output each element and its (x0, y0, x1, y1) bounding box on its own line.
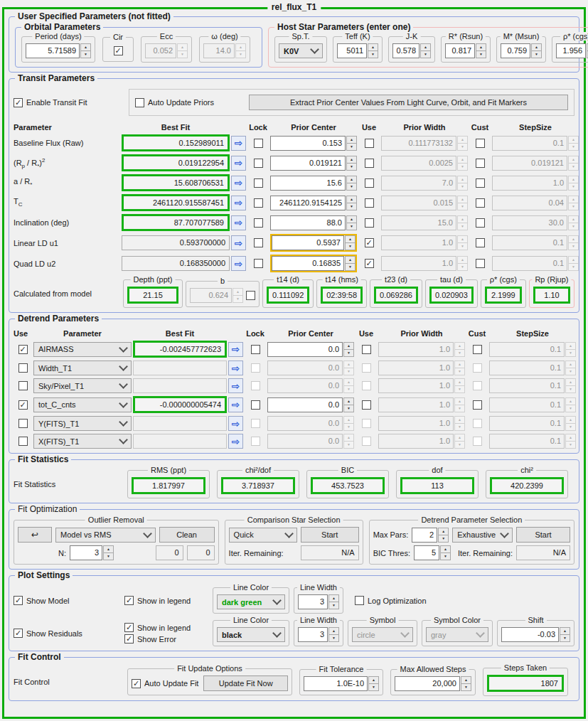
spinner-value[interactable]: 3 (298, 594, 328, 609)
spin-up-icon[interactable]: ▲ (346, 215, 357, 223)
use-prior-checkbox[interactable] (362, 381, 371, 390)
spin-down-icon[interactable]: ▼ (328, 634, 339, 642)
spin-up-icon[interactable]: ▲ (454, 434, 465, 441)
prior-width-spinner[interactable]: 1.0▲▼ (381, 235, 468, 250)
spin-up-icon[interactable]: ▲ (457, 256, 468, 263)
extract-priors-button[interactable]: Extract Prior Center Values From Light C… (249, 95, 568, 110)
use-detrend-checkbox[interactable] (18, 381, 28, 390)
spin-down-icon[interactable]: ▼ (457, 143, 468, 151)
spin-up-icon[interactable]: ▲ (103, 545, 114, 552)
spin-down-icon[interactable]: ▼ (568, 183, 579, 191)
spinner-value[interactable]: 20,000 (395, 676, 460, 691)
spin-up-icon[interactable]: ▲ (343, 378, 354, 385)
spin-down-icon[interactable]: ▼ (531, 50, 542, 58)
use-prior-checkbox[interactable]: ✓ (365, 259, 374, 268)
spin-up-icon[interactable]: ▲ (343, 360, 354, 368)
spin-down-icon[interactable]: ▼ (454, 405, 465, 412)
spinner-value[interactable]: 0.1 (492, 235, 567, 250)
show-error-checkbox[interactable]: ✓ (124, 634, 134, 643)
spin-up-icon[interactable]: ▲ (568, 235, 579, 242)
spinner-value[interactable]: 0.111773132 (381, 136, 456, 151)
rstar-spinner[interactable]: 0.817▲▼ (445, 43, 486, 58)
log-optimization-checkbox[interactable] (355, 596, 364, 605)
spinner-value[interactable]: 0.5937 (272, 235, 344, 250)
spin-up-icon[interactable]: ▲ (457, 156, 468, 163)
jk-spinner[interactable]: 0.578▲▼ (392, 43, 431, 58)
spin-down-icon[interactable]: ▼ (565, 349, 576, 357)
prior-width-spinner[interactable]: 1.0▲▼ (378, 378, 465, 393)
cust-checkbox[interactable] (476, 238, 485, 247)
clean-button[interactable]: Clean (159, 527, 215, 543)
spinner-value[interactable]: 15.6 (270, 176, 346, 191)
cust-checkbox[interactable] (476, 259, 485, 268)
spin-down-icon[interactable]: ▼ (565, 423, 576, 431)
spinner-value[interactable]: 15.0 (381, 215, 456, 230)
lock-checkbox[interactable] (254, 178, 263, 188)
model-line-width-spinner[interactable]: 3▲▼ (298, 594, 339, 609)
use-detrend-checkbox[interactable] (18, 437, 28, 446)
auto-update-priors-checkbox[interactable] (135, 98, 144, 107)
spin-down-icon[interactable]: ▼ (454, 368, 465, 375)
period-spinner[interactable]: 5.71589▲▼ (26, 43, 91, 58)
lock-checkbox[interactable] (254, 238, 263, 247)
prior-width-spinner[interactable]: 1.0▲▼ (378, 360, 465, 375)
teff-spinner[interactable]: 5011▲▼ (337, 43, 378, 58)
use-prior-checkbox[interactable] (365, 198, 374, 208)
spinner-value[interactable]: 0.1 (489, 360, 565, 375)
copy-best-fit-to-prior-arrow-button[interactable]: ⇨ (228, 416, 243, 431)
detrend-parameter-dropdown[interactable]: Sky/Pixel_T1 (33, 378, 132, 393)
use-detrend-checkbox[interactable] (18, 419, 28, 428)
spin-up-icon[interactable]: ▲ (454, 342, 465, 349)
spin-up-icon[interactable]: ▲ (457, 136, 468, 143)
spin-up-icon[interactable]: ▲ (565, 342, 576, 349)
spin-down-icon[interactable]: ▼ (568, 242, 579, 250)
cust-checkbox[interactable] (476, 139, 485, 148)
use-prior-checkbox[interactable] (365, 159, 374, 168)
spinner-value[interactable]: 0.1 (489, 342, 565, 357)
spin-down-icon[interactable]: ▼ (457, 263, 468, 271)
spin-up-icon[interactable]: ▲ (565, 397, 576, 405)
use-prior-checkbox[interactable] (362, 400, 371, 410)
omega-spinner[interactable]: 14.0▲▼ (203, 43, 246, 58)
fit-tolerance-spinner[interactable]: 1.0E-10▲▼ (304, 676, 379, 691)
step-size-spinner[interactable]: 0.04▲▼ (492, 196, 579, 210)
copy-best-fit-to-prior-arrow-button[interactable]: ⇨ (231, 156, 246, 171)
spin-up-icon[interactable]: ▲ (346, 196, 357, 203)
copy-best-fit-to-prior-arrow-button[interactable]: ⇨ (231, 256, 246, 271)
step-size-spinner[interactable]: 0.1▲▼ (489, 378, 576, 393)
show-residuals-checkbox[interactable]: ✓ (14, 629, 23, 638)
spinner-value[interactable]: 0.624 (190, 288, 232, 303)
spinner-value[interactable]: 3 (70, 545, 102, 560)
spin-up-icon[interactable]: ▲ (177, 43, 188, 50)
spinner-value[interactable]: 1.0 (378, 378, 454, 393)
use-detrend-checkbox[interactable]: ✓ (18, 400, 28, 410)
spinner-value[interactable]: 1.0 (378, 342, 454, 357)
step-size-spinner[interactable]: 0.1▲▼ (489, 342, 576, 357)
spin-up-icon[interactable]: ▲ (565, 378, 576, 385)
use-detrend-checkbox[interactable] (18, 363, 28, 373)
spin-up-icon[interactable]: ▲ (454, 360, 465, 368)
use-detrend-checkbox[interactable]: ✓ (18, 345, 28, 354)
use-prior-checkbox[interactable] (365, 139, 374, 148)
residuals-line-width-spinner[interactable]: 3▲▼ (298, 627, 339, 642)
spinner-value[interactable]: 2461120.9154125 (270, 196, 346, 210)
spin-up-icon[interactable]: ▲ (457, 196, 468, 203)
spinner-value[interactable]: 0.153 (270, 136, 346, 151)
spinner-value[interactable]: 0.578 (392, 43, 419, 58)
spin-down-icon[interactable]: ▼ (346, 203, 357, 210)
cust-checkbox[interactable] (473, 437, 482, 446)
spin-up-icon[interactable]: ▲ (80, 43, 91, 50)
comparison-mode-dropdown[interactable]: Quick (229, 528, 297, 543)
spinner-value[interactable]: 0.0 (267, 342, 343, 357)
lock-checkbox[interactable] (251, 363, 260, 373)
spinner-value[interactable]: 0.16835 (272, 256, 344, 271)
spin-up-icon[interactable]: ▲ (565, 434, 576, 441)
spinner-value[interactable]: 0.1 (492, 136, 567, 151)
prior-center-spinner[interactable]: 0.0▲▼ (267, 397, 354, 412)
step-size-spinner[interactable]: 0.1▲▼ (492, 256, 579, 271)
prior-width-spinner[interactable]: 0.0025▲▼ (381, 156, 468, 171)
spin-up-icon[interactable]: ▲ (568, 156, 579, 163)
spin-down-icon[interactable]: ▼ (568, 143, 579, 151)
spinner-value[interactable]: 0.0 (267, 416, 343, 431)
copy-best-fit-to-prior-arrow-button[interactable]: ⇨ (231, 215, 246, 230)
